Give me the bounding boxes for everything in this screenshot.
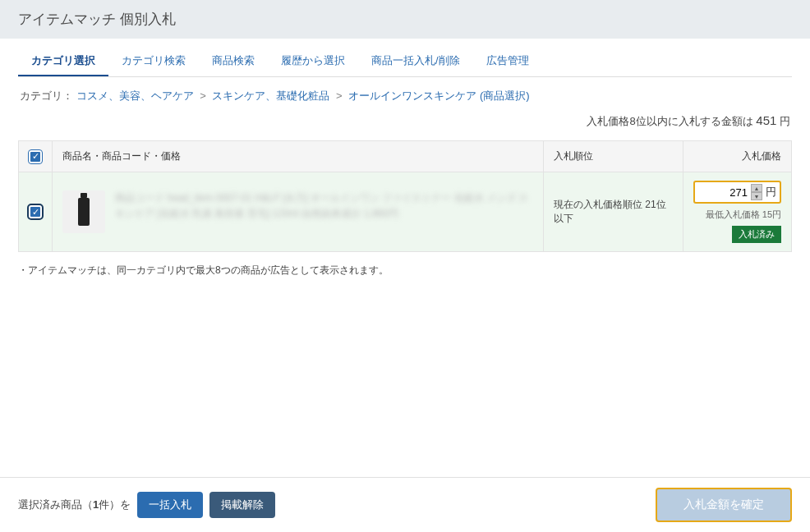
product-info-blurred: 商品コード head_item 0007-01 H&LF [水乃] オールインワ… (115, 190, 533, 233)
header-name: 商品名・商品コード・価格 (53, 141, 544, 172)
header-price: 入札価格 (683, 141, 792, 172)
select-all-checkbox[interactable]: ✓ (29, 150, 42, 163)
bid-done-badge: 入札済み (732, 226, 781, 243)
row-checkbox[interactable]: ✓ (29, 205, 42, 218)
bid-price-input[interactable] (698, 186, 748, 199)
tab-category-select[interactable]: カテゴリ選択 (18, 47, 108, 76)
bid-rank-text: 現在の入札価格順位 21位以下 (554, 199, 666, 224)
breadcrumb-prefix: カテゴリ： (20, 89, 73, 102)
breadcrumb-link-2[interactable]: スキンケア、基礎化粧品 (212, 89, 329, 102)
products-table: ✓ 商品名・商品コード・価格 入札順位 入札価格 ✓ 商品コード head_it… (18, 140, 792, 252)
table-row: ✓ 商品コード head_item 0007-01 H&LF [水乃] オールイ… (19, 172, 792, 252)
tab-product-search[interactable]: 商品検索 (199, 47, 268, 76)
header-checkbox-cell: ✓ (19, 141, 53, 172)
tab-history-select[interactable]: 履歴から選択 (268, 47, 358, 76)
spinner-down-icon[interactable]: ▼ (751, 192, 762, 200)
tab-ad-manage[interactable]: 広告管理 (473, 47, 542, 76)
tab-bar: カテゴリ選択 カテゴリ検索 商品検索 履歴から選択 商品一括入札/削除 広告管理 (18, 47, 792, 77)
breadcrumb-current: オールインワンスキンケア (商品選択) (348, 89, 529, 102)
breadcrumb-separator: > (200, 89, 206, 102)
tab-bulk-bid-delete[interactable]: 商品一括入札/削除 (358, 47, 473, 76)
table-footnote: ・アイテムマッチは、同一カテゴリ内で最大8つの商品が広告として表示されます。 (8, 252, 802, 289)
breadcrumb-link-1[interactable]: コスメ、美容、ヘアケア (76, 89, 194, 102)
price-unit: 円 (766, 185, 776, 200)
page-title: アイテムマッチ 個別入札 (0, 0, 810, 39)
product-thumbnail (62, 190, 105, 233)
main-panel: カテゴリ選択 カテゴリ検索 商品検索 履歴から選択 商品一括入札/削除 広告管理… (8, 47, 802, 289)
spinner-up-icon[interactable]: ▲ (751, 184, 762, 192)
tab-category-search[interactable]: カテゴリ検索 (108, 47, 199, 76)
header-rank: 入札順位 (544, 141, 683, 172)
bid-rank-note: 入札価格8位以内に入札する金額は 451 円 (8, 108, 802, 140)
breadcrumb-separator: > (336, 89, 343, 102)
price-spinner: ▲ ▼ (751, 184, 762, 200)
bid-price-input-wrap: ▲ ▼ 円 (693, 181, 781, 204)
bottle-icon (78, 198, 90, 226)
min-bid-text: 最低入札価格 15円 (693, 209, 781, 221)
breadcrumb: カテゴリ： コスメ、美容、ヘアケア > スキンケア、基礎化粧品 > オールインワ… (8, 77, 802, 108)
